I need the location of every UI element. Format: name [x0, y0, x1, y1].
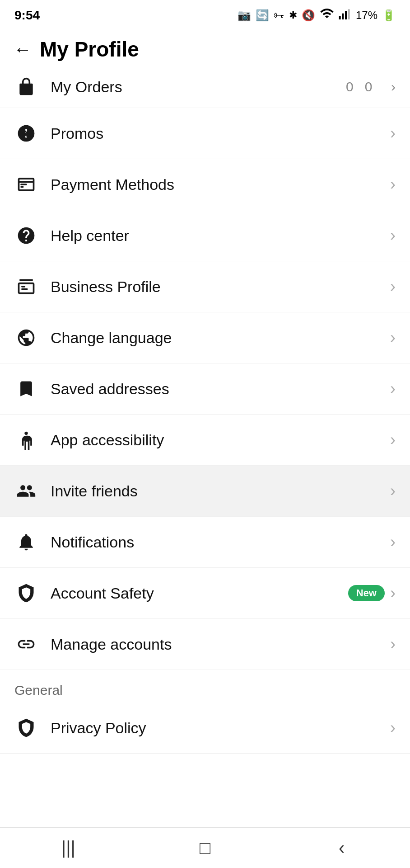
bookmark-icon	[14, 377, 38, 401]
business-icon	[14, 275, 38, 298]
page-header: ← My Profile	[0, 28, 410, 66]
notifications-chevron: ›	[390, 533, 396, 552]
promos-icon: %	[14, 122, 38, 145]
svg-rect-0	[339, 16, 341, 19]
invite-chevron: ›	[390, 481, 396, 500]
manage-accounts-label: Manage accounts	[51, 636, 172, 653]
shield-icon	[14, 581, 38, 605]
accessibility-icon	[14, 428, 38, 452]
language-chevron: ›	[390, 328, 396, 347]
svg-rect-9	[21, 288, 28, 290]
home-icon: □	[200, 838, 210, 858]
link-icon	[14, 632, 38, 656]
svg-point-10	[24, 432, 28, 435]
orders-icon	[14, 75, 38, 99]
battery-icon: 🔋	[382, 9, 396, 22]
svg-rect-2	[345, 11, 347, 19]
menu-item-help-center[interactable]: Help center ›	[0, 210, 410, 261]
invite-friends-label: Invite friends	[51, 482, 138, 500]
menu-item-account-safety[interactable]: Account Safety New ›	[0, 568, 410, 619]
back-button[interactable]: ←	[14, 40, 32, 58]
promos-label: Promos	[51, 125, 103, 142]
menu-list: % Promos › Payment Methods ›	[0, 108, 410, 670]
menu-item-app-accessibility[interactable]: App accessibility ›	[0, 415, 410, 466]
menu-item-privacy-policy[interactable]: Privacy Policy ›	[0, 703, 410, 754]
mute-icon: 🔇	[302, 9, 315, 22]
saved-addresses-label: Saved addresses	[51, 380, 169, 398]
my-orders-right: 0 0 ›	[346, 79, 396, 94]
payment-methods-label: Payment Methods	[51, 176, 174, 193]
bluetooth-icon: ✱	[289, 9, 297, 21]
svg-rect-6	[20, 186, 23, 188]
my-orders-label: My Orders	[51, 78, 122, 96]
help-center-label: Help center	[51, 227, 129, 245]
bell-icon	[14, 530, 38, 554]
notifications-label: Notifications	[51, 533, 134, 551]
my-orders-counts: 0 0 ›	[346, 79, 396, 94]
menu-item-notifications[interactable]: Notifications ›	[0, 517, 410, 568]
menu-item-change-language[interactable]: Change language ›	[0, 312, 410, 363]
menu-item-my-orders[interactable]: My Orders 0 0 ›	[0, 66, 410, 108]
battery-text: 17%	[356, 9, 377, 22]
nav-recent-apps[interactable]: |||	[46, 835, 91, 862]
accessibility-chevron: ›	[390, 430, 396, 449]
menu-item-business-profile[interactable]: Business Profile ›	[0, 261, 410, 312]
manage-accounts-chevron: ›	[390, 635, 396, 654]
language-icon	[14, 326, 38, 349]
my-orders-left: My Orders	[14, 75, 122, 99]
account-safety-label: Account Safety	[51, 585, 154, 602]
status-icons: 📷 🔄 🗝 ✱ 🔇 17% 🔋	[238, 9, 396, 22]
swap-icon: 🔄	[256, 9, 269, 22]
signal-icon	[339, 9, 351, 22]
privacy-shield-icon	[14, 716, 38, 740]
menu-item-manage-accounts[interactable]: Manage accounts ›	[0, 619, 410, 670]
app-accessibility-label: App accessibility	[51, 431, 164, 449]
status-time: 9:54	[14, 8, 40, 23]
menu-item-payment-methods[interactable]: Payment Methods ›	[0, 159, 410, 210]
status-bar: 9:54 📷 🔄 🗝 ✱ 🔇 17% 🔋	[0, 0, 410, 28]
business-profile-label: Business Profile	[51, 278, 161, 296]
nav-home[interactable]: □	[182, 835, 228, 862]
privacy-policy-label: Privacy Policy	[51, 719, 146, 737]
saved-addresses-chevron: ›	[390, 379, 396, 398]
svg-rect-7	[20, 184, 27, 185]
business-chevron: ›	[390, 277, 396, 296]
bottom-nav: ||| □ ‹	[0, 827, 410, 868]
payment-icon	[14, 173, 38, 196]
menu-item-promos[interactable]: % Promos ›	[0, 108, 410, 159]
payment-chevron: ›	[390, 175, 396, 194]
privacy-policy-chevron: ›	[390, 718, 396, 737]
page-title: My Profile	[40, 37, 139, 61]
help-chevron: ›	[390, 226, 396, 245]
account-safety-chevron: ›	[390, 584, 396, 603]
camera-icon: 📷	[238, 9, 251, 22]
key-icon: 🗝	[274, 9, 284, 22]
menu-item-saved-addresses[interactable]: Saved addresses ›	[0, 363, 410, 415]
menu-item-invite-friends[interactable]: Invite friends ›	[0, 466, 410, 517]
back-icon: ‹	[339, 838, 345, 858]
change-language-label: Change language	[51, 329, 172, 347]
invite-icon	[14, 479, 38, 503]
promos-chevron: ›	[390, 124, 396, 143]
svg-text:%: %	[22, 131, 28, 138]
svg-rect-3	[348, 9, 350, 19]
nav-back[interactable]: ‹	[319, 835, 364, 862]
general-section-label: General	[0, 670, 410, 703]
svg-rect-8	[21, 286, 25, 288]
new-badge: New	[348, 585, 385, 601]
recent-apps-icon: |||	[61, 838, 75, 858]
svg-rect-1	[342, 14, 344, 19]
help-icon	[14, 224, 38, 247]
wifi-icon	[320, 9, 334, 22]
